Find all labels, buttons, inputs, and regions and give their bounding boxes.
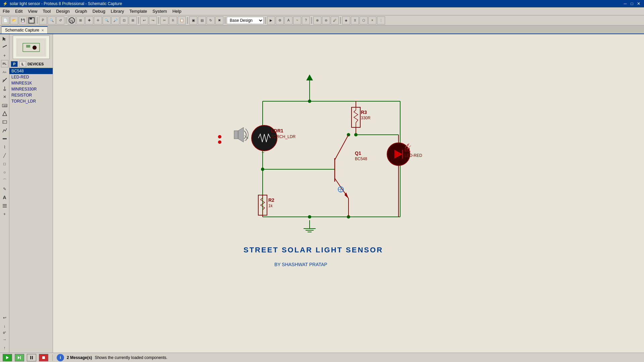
generator-tool[interactable]: ⌇ — [1, 143, 9, 151]
more2-button[interactable]: ⧖ — [351, 16, 359, 24]
menu-library[interactable]: Library — [108, 8, 127, 14]
no-connect-tool[interactable]: ✕ — [1, 93, 9, 101]
redo-button[interactable]: ↪ — [149, 16, 157, 24]
search-button[interactable]: ? — [302, 16, 310, 24]
device-item-minres1k[interactable]: MINRES1K — [9, 80, 53, 86]
menu-system[interactable]: System — [150, 8, 170, 14]
undo-button[interactable]: ↩ — [140, 16, 148, 24]
text-label-tool[interactable]: A — [1, 193, 9, 201]
open-button[interactable]: 📂 — [10, 16, 18, 24]
bus-entry-tool[interactable] — [1, 76, 9, 84]
component-button[interactable]: P — [39, 16, 47, 24]
wire-tool[interactable] — [1, 43, 9, 51]
stop-button[interactable] — [39, 354, 48, 361]
more5-button[interactable]: ⋮ — [377, 16, 385, 24]
save-all-button[interactable] — [28, 16, 36, 24]
add-button[interactable]: ✚ — [85, 16, 93, 24]
separator-1 — [37, 17, 38, 24]
device-item-minres330r[interactable]: MINRES330R — [9, 86, 53, 92]
netlist-button[interactable]: N — [68, 16, 76, 24]
block-copy-button[interactable]: ▣ — [189, 16, 197, 24]
draw-line-tool[interactable]: ╱ — [1, 152, 9, 160]
menu-view[interactable]: View — [25, 8, 40, 14]
more3-button[interactable]: ⬡ — [360, 16, 368, 24]
menu-graph[interactable]: Graph — [72, 8, 90, 14]
menu-help[interactable]: Help — [170, 8, 184, 14]
refresh-button[interactable]: ↺ — [56, 16, 64, 24]
expand-button[interactable]: ⊕ — [313, 16, 321, 24]
graph-tool[interactable] — [1, 126, 9, 134]
virtual-instrument-tool[interactable] — [1, 118, 9, 126]
menu-edit[interactable]: Edit — [12, 8, 25, 14]
menu-tool[interactable]: Tool — [40, 8, 53, 14]
more4-button[interactable]: × — [368, 16, 376, 24]
svg-text:LDR1: LDR1 — [271, 128, 283, 133]
cut-button[interactable]: ✂ — [160, 16, 168, 24]
probe-tool[interactable] — [1, 110, 9, 118]
play-design-button[interactable]: ▶ — [267, 16, 275, 24]
simulate-button[interactable]: ~ — [293, 16, 301, 24]
draw-arc-tool[interactable]: ⌒ — [1, 177, 9, 185]
copy-button[interactable]: ⎘ — [169, 16, 177, 24]
draw-box-tool[interactable]: □ — [1, 160, 9, 168]
power-tool[interactable] — [1, 84, 9, 93]
block-delete-button[interactable]: ✖ — [215, 16, 223, 24]
marker-tool[interactable]: + — [1, 210, 9, 218]
pan-left-button[interactable]: ↩ — [1, 314, 9, 322]
sidebar-tab-p[interactable]: P — [11, 61, 18, 67]
pan-up-button[interactable]: ↑ — [1, 344, 9, 352]
device-item-led-red[interactable]: LED-RED — [9, 74, 53, 80]
pan-down-button[interactable]: ↓ — [1, 322, 9, 330]
svg-marker-14 — [3, 112, 7, 116]
separator-8 — [311, 17, 312, 24]
inspect-button[interactable]: 🔍 — [48, 16, 56, 24]
device-item-resistor[interactable]: RESISTOR — [9, 92, 53, 98]
menu-template[interactable]: Template — [127, 8, 150, 14]
zoom-out-button[interactable]: 🔎 — [111, 16, 119, 24]
pan-right-button[interactable]: → — [1, 336, 9, 344]
maximize-button[interactable]: □ — [629, 1, 635, 6]
wire-label-tool[interactable]: A= — [1, 68, 9, 76]
svg-text:R3: R3 — [361, 110, 367, 115]
more1-button[interactable]: ◈ — [342, 16, 350, 24]
separator-4 — [158, 17, 159, 24]
draw-path-tool[interactable]: ✎ — [1, 185, 9, 193]
zoom-area-button[interactable]: ⊞ — [129, 16, 137, 24]
junction-tool[interactable]: PL — [1, 60, 8, 67]
text-tool[interactable]: abc — [1, 101, 9, 109]
step-button[interactable] — [15, 354, 24, 361]
tab-close-icon[interactable]: ✕ — [41, 28, 44, 32]
highlight-button[interactable]: 🖊 — [331, 16, 339, 24]
tab-schematic-capture[interactable]: Schematic Capture ✕ — [1, 26, 48, 34]
zoom-all-button[interactable]: ⊡ — [120, 16, 128, 24]
tape-tool[interactable] — [1, 135, 9, 143]
zoom-in-button[interactable]: 🔍 — [103, 16, 111, 24]
minimize-button[interactable]: ─ — [623, 1, 628, 6]
block-rotate-button[interactable]: ↻ — [207, 16, 215, 24]
collapse-button[interactable]: ⊖ — [322, 16, 330, 24]
bus-tool[interactable]: + — [1, 52, 9, 60]
canvas-area[interactable]: R3 330R ~ LDR1 TORCH_LDR — [53, 34, 644, 353]
menu-file[interactable]: File — [0, 8, 12, 14]
config-button[interactable]: ⚙ — [276, 16, 284, 24]
menu-design[interactable]: Design — [53, 8, 72, 14]
menu-debug[interactable]: Debug — [90, 8, 108, 14]
paste-button[interactable]: 📋 — [178, 16, 186, 24]
annotate-button[interactable]: A — [284, 16, 292, 24]
play-button[interactable] — [3, 354, 12, 361]
status-separator — [52, 354, 53, 361]
close-button[interactable]: ✕ — [636, 1, 641, 6]
sidebar-tab-l[interactable]: L — [19, 61, 26, 67]
design-select[interactable]: Base Design — [227, 17, 264, 24]
move-button[interactable]: ✛ — [94, 16, 102, 24]
select-tool[interactable] — [1, 35, 9, 43]
pause-button[interactable] — [27, 354, 36, 361]
new-button[interactable]: 📄 — [1, 16, 9, 24]
symbol-tool[interactable] — [1, 202, 9, 210]
save-button[interactable]: 💾 — [19, 16, 27, 24]
grid-button[interactable]: ⊞ — [76, 16, 85, 24]
device-item-bc548[interactable]: BC548 — [9, 68, 53, 74]
block-move-button[interactable]: ▤ — [198, 16, 206, 24]
device-item-torch-ldr[interactable]: TORCH_LDR — [9, 98, 53, 104]
draw-circle-tool[interactable]: ○ — [1, 168, 9, 176]
